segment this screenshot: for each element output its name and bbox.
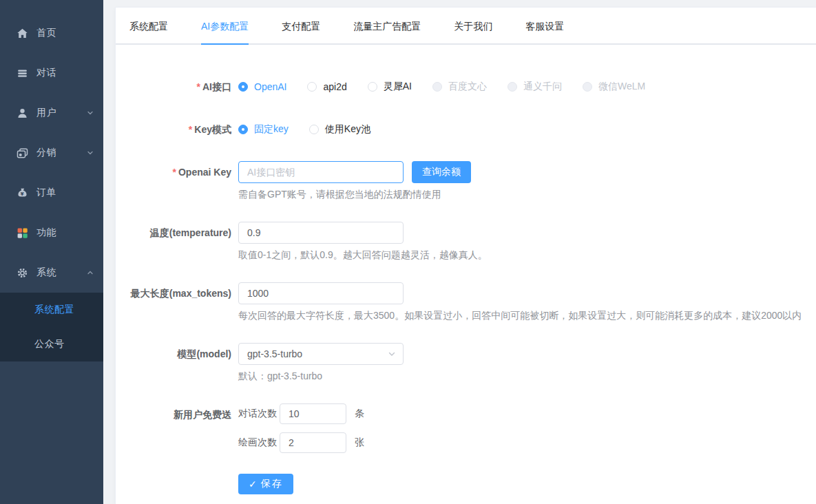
radio-dot-icon [508,82,517,92]
sidebar-item-orders[interactable]: ¥ 订单 [0,173,103,213]
chat-quota-input[interactable] [280,403,346,424]
settings-tabs: 系统配置 AI参数配置 支付配置 流量主广告配置 关于我们 客服设置 [116,8,816,45]
radio-dot-icon [238,125,248,134]
system-submenu: 系统配置 公众号 [0,293,103,361]
model-select-value: gpt-3.5-turbo [247,348,302,359]
form-item-model: 模型(model) gpt-3.5-turbo 默认：gpt-3.5-turbo [116,343,816,383]
chevron-down-icon [388,350,396,358]
field-label: 温度(temperature) [116,222,231,262]
temperature-input[interactable] [238,222,404,244]
check-icon: ✓ [249,479,257,490]
form-item-save: ✓ 保存 [116,474,816,494]
svg-text:¥: ¥ [21,191,24,196]
sidebar-item-label: 用户 [36,107,56,119]
radio-lingxi-ai[interactable]: 灵犀AI [368,81,412,93]
form-item-max-tokens: 最大长度(max_tokens) 每次回答的最大字符长度，最大3500。如果设置… [116,282,816,322]
ai-interface-radio-group: OpenAI api2d 灵犀AI 百度文心 [238,76,666,98]
sidebar-item-label: 分销 [36,147,56,159]
temperature-help-text: 取值0-1之间，默认0.9。越大回答问题越灵活，越像真人。 [238,249,488,262]
sidebar-item-system[interactable]: 系统 [0,253,103,293]
required-asterisk: * [189,124,192,135]
radio-dot-icon [368,82,377,92]
tab-about-us[interactable]: 关于我们 [454,8,492,43]
radio-dot-icon [583,82,592,92]
field-label: *Key模式 [116,118,231,140]
radio-dot-icon [307,82,317,92]
radio-dot-icon [432,82,442,92]
tab-payment-config[interactable]: 支付配置 [282,8,320,43]
features-grid-icon [17,227,28,239]
form-item-openai-key: *Openai Key 查询余额 需自备GPT账号，请根据您当地的法规酌情使用 [116,161,816,201]
chevron-down-icon [87,149,94,156]
check-balance-button[interactable]: 查询余额 [412,161,471,183]
sidebar-item-home[interactable]: 首页 [0,13,103,53]
sidebar-item-label: 对话 [36,67,56,79]
sidebar-item-chat[interactable]: 对话 [0,53,103,93]
field-label: *AI接口 [116,76,231,98]
chat-quota-row: 对话次数 条 [238,403,364,424]
chat-quota-label: 对话次数 [238,408,277,420]
user-icon [17,107,28,119]
tab-ai-params[interactable]: AI参数配置 [201,8,249,43]
draw-quota-label: 绘画次数 [238,437,277,449]
save-button[interactable]: ✓ 保存 [238,474,293,494]
form-item-free-quota: 新用户免费送 对话次数 条 绘画次数 张 [116,403,816,453]
draw-quota-unit: 张 [355,437,364,449]
field-label: 最大长度(max_tokens) [116,282,231,322]
sidebar-item-label: 订单 [36,187,56,199]
field-label: *Openai Key [116,161,231,201]
max-tokens-input[interactable] [238,282,404,304]
sidebar-item-users[interactable]: 用户 [0,93,103,133]
home-icon [17,28,28,39]
tab-traffic-ads-config[interactable]: 流量主广告配置 [353,8,421,43]
chat-list-icon [17,67,28,79]
radio-tongyi-qianwen: 通义千问 [508,81,562,93]
tab-system-config[interactable]: 系统配置 [129,8,168,43]
required-asterisk: * [197,81,200,92]
submenu-item-official-account[interactable]: 公众号 [0,327,103,361]
sidebar-item-distribution[interactable]: 分销 [0,133,103,173]
field-label: 模型(model) [116,343,231,383]
form-item-temperature: 温度(temperature) 取值0-1之间，默认0.9。越大回答问题越灵活，… [116,222,816,262]
radio-weixin-welm: 微信WeLM [583,81,645,93]
sidebar-item-label: 系统 [36,266,56,279]
save-button-label: 保存 [261,478,283,490]
submenu-item-label: 公众号 [34,338,65,350]
form-item-ai-interface: *AI接口 OpenAI api2d 灵犀AI [116,76,816,98]
form-item-key-mode: *Key模式 固定key 使用Key池 [116,118,816,140]
chevron-down-icon [87,109,94,116]
max-tokens-help-text: 每次回答的最大字符长度，最大3500。如果设置过小，回答中间可能被切断，如果设置… [238,310,802,322]
radio-openai[interactable]: OpenAI [238,81,286,92]
sidebar-item-features[interactable]: 功能 [0,213,103,253]
radio-api2d[interactable]: api2d [307,81,346,92]
radio-dot-icon [309,125,319,134]
model-select[interactable]: gpt-3.5-turbo [238,343,404,365]
key-mode-radio-group: 固定key 使用Key池 [238,118,391,140]
sidebar-item-label: 首页 [36,27,56,39]
gear-icon [17,267,28,279]
radio-dot-icon [238,82,248,92]
radio-fixed-key[interactable]: 固定key [238,123,289,136]
chevron-up-icon [87,269,94,276]
radio-baidu-wenxin: 百度文心 [432,81,487,93]
sidebar: 首页 对话 用户 分销 ¥ [0,0,103,504]
openai-key-input[interactable] [238,161,404,183]
sidebar-item-label: 功能 [36,227,56,239]
settings-card: 系统配置 AI参数配置 支付配置 流量主广告配置 关于我们 客服设置 *AI接口… [115,7,816,504]
ai-params-form: *AI接口 OpenAI api2d 灵犀AI [116,45,816,494]
draw-quota-row: 绘画次数 张 [238,432,364,453]
submenu-item-label: 系统配置 [34,304,74,316]
tab-customer-service[interactable]: 客服设置 [525,8,564,43]
chat-quota-unit: 条 [355,408,364,420]
money-bag-icon: ¥ [17,187,28,199]
required-asterisk: * [173,167,176,178]
distribution-icon [17,147,28,159]
draw-quota-input[interactable] [280,432,346,453]
field-label: 新用户免费送 [116,403,231,453]
model-help-text: 默认：gpt-3.5-turbo [238,370,404,383]
openai-key-help-text: 需自备GPT账号，请根据您当地的法规酌情使用 [238,189,471,201]
radio-key-pool[interactable]: 使用Key池 [309,123,370,136]
main-content: 系统配置 AI参数配置 支付配置 流量主广告配置 关于我们 客服设置 *AI接口… [103,0,816,504]
submenu-item-system-config[interactable]: 系统配置 [0,293,103,327]
